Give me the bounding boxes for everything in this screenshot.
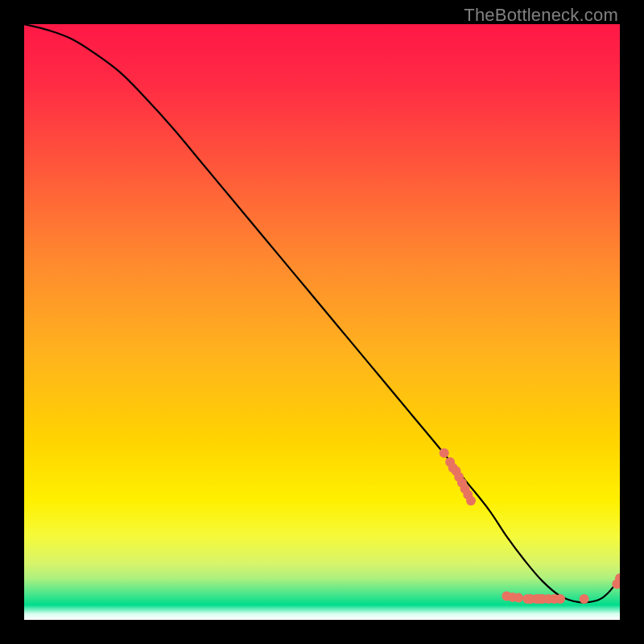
gradient-background [24,24,620,620]
chart-svg [24,24,620,620]
watermark-text: TheBottleneck.com [464,5,618,26]
data-point [555,594,565,604]
plot-area [24,24,620,620]
data-point [580,594,589,604]
data-point [466,496,476,506]
data-point [440,448,449,458]
data-point [514,593,523,603]
chart-container: TheBottleneck.com [0,0,644,644]
